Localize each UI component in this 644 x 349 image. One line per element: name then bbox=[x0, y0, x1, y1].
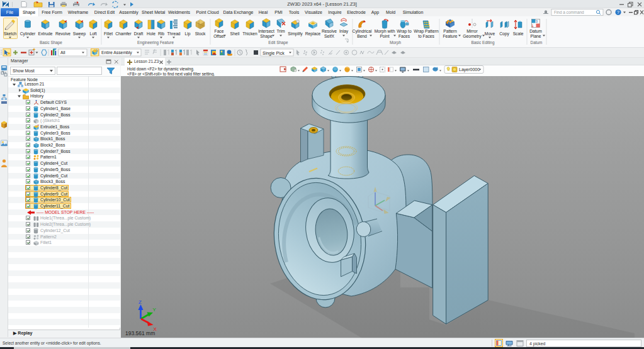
svg-text:Sketch: Sketch bbox=[4, 31, 17, 36]
svg-text:Draft: Draft bbox=[134, 31, 144, 36]
svg-text:SelfX: SelfX bbox=[324, 34, 335, 38]
svg-text:Loft: Loft bbox=[89, 31, 96, 36]
svg-text:Single Pick: Single Pick bbox=[263, 51, 285, 56]
svg-text:Chamfer: Chamfer bbox=[115, 31, 132, 36]
svg-text:Edit Shape: Edit Shape bbox=[268, 40, 288, 45]
svg-text:Morph with: Morph with bbox=[375, 29, 395, 34]
svg-text:Wrap Pattern: Wrap Pattern bbox=[414, 29, 439, 34]
svg-text:Move: Move bbox=[485, 31, 495, 36]
svg-text:Stock: Stock bbox=[195, 31, 206, 36]
svg-text:All: All bbox=[60, 50, 65, 55]
svg-text:Morph: Morph bbox=[390, 40, 402, 45]
svg-text:Engineering Feature: Engineering Feature bbox=[137, 40, 174, 45]
svg-text:Rib: Rib bbox=[158, 31, 164, 36]
svg-text:Pattern: Pattern bbox=[443, 29, 457, 33]
svg-text:to Faces: to Faces bbox=[418, 34, 434, 38]
svg-text:Thread: Thread bbox=[167, 31, 180, 36]
svg-text:Mirror: Mirror bbox=[466, 29, 478, 33]
svg-text:Fillet: Fillet bbox=[104, 31, 113, 36]
svg-text:Feature: Feature bbox=[443, 34, 457, 38]
svg-text:Datum: Datum bbox=[531, 40, 543, 45]
svg-text:Resolve: Resolve bbox=[322, 29, 337, 33]
svg-text:Replace: Replace bbox=[305, 31, 321, 36]
svg-text:Copy: Copy bbox=[499, 31, 509, 36]
svg-text:Shell: Shell bbox=[230, 31, 240, 36]
svg-text:Datum: Datum bbox=[529, 29, 542, 33]
svg-text:Wrap to: Wrap to bbox=[397, 29, 412, 34]
svg-text:Y: Y bbox=[153, 307, 157, 313]
svg-text:Scale: Scale bbox=[513, 31, 524, 36]
svg-text:Cylinder: Cylinder bbox=[20, 31, 36, 36]
svg-text:Lip: Lip bbox=[185, 31, 191, 36]
svg-text:Inlay: Inlay bbox=[339, 29, 349, 34]
svg-text:Face: Face bbox=[215, 29, 224, 33]
svg-text:Simplify: Simplify bbox=[288, 31, 303, 36]
svg-text:Cylindrical: Cylindrical bbox=[353, 29, 372, 34]
svg-text:Geometry: Geometry bbox=[463, 34, 482, 39]
svg-text:Thicken: Thicken bbox=[242, 31, 257, 36]
svg-text:193.561 mm: 193.561 mm bbox=[125, 330, 155, 336]
svg-text:Faces: Faces bbox=[398, 34, 410, 38]
svg-text:Hole: Hole bbox=[147, 31, 155, 36]
svg-text:Sweep: Sweep bbox=[73, 31, 86, 36]
svg-text:Entire Assembly: Entire Assembly bbox=[101, 50, 132, 55]
svg-text:Basic Editing: Basic Editing bbox=[472, 40, 495, 45]
svg-text:Z: Z bbox=[138, 299, 142, 305]
svg-text:Trim: Trim bbox=[276, 29, 285, 33]
svg-text:Find a command: Find a command bbox=[554, 10, 584, 14]
svg-text:Extrude: Extrude bbox=[38, 31, 52, 36]
svg-text:Shape: Shape bbox=[260, 34, 273, 39]
svg-text:Intersect: Intersect bbox=[258, 29, 274, 33]
svg-text:?: ? bbox=[617, 9, 619, 15]
svg-text:Basic Shape: Basic Shape bbox=[40, 40, 62, 45]
svg-text:Layer0000: Layer0000 bbox=[459, 67, 480, 72]
svg-text:Bend: Bend bbox=[357, 34, 367, 38]
svg-text:Plane: Plane bbox=[530, 34, 541, 38]
svg-text:Revolve: Revolve bbox=[55, 31, 71, 36]
svg-text:Point: Point bbox=[380, 34, 389, 38]
svg-text:Offset: Offset bbox=[213, 34, 225, 38]
